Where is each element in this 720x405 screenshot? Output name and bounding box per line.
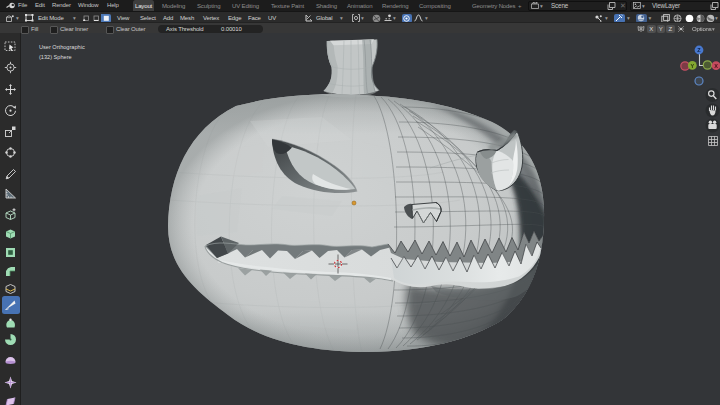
svg-text:X: X bbox=[714, 63, 718, 69]
svg-text:Y: Y bbox=[690, 63, 694, 69]
